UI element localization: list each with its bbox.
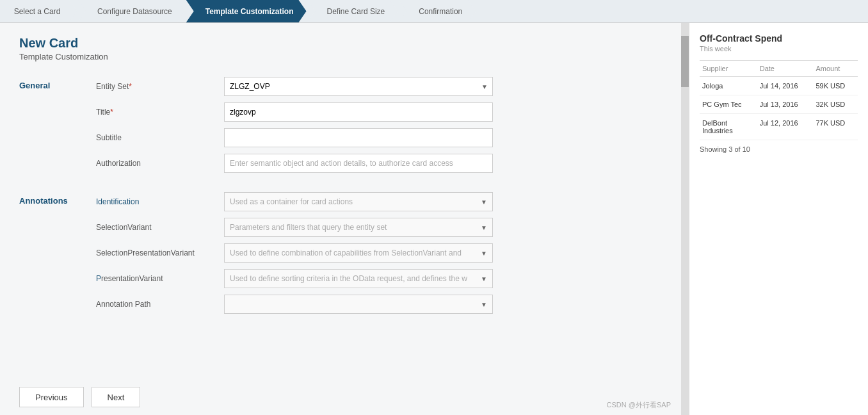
annotations-section: Annotations Identification Used as a con… (19, 192, 662, 320)
identification-chevron-icon: ▼ (481, 199, 487, 206)
row3-amount: 77K USD (813, 114, 858, 140)
wizard-step-confirmation[interactable]: Confirmation (399, 0, 476, 22)
row1-date: Jul 14, 2016 (757, 77, 814, 95)
authorization-input[interactable] (224, 154, 493, 173)
wizard-step-define-card-size[interactable]: Define Card Size (308, 0, 398, 22)
step-label-define-card-size: Define Card Size (327, 7, 385, 16)
preview-card-subtitle: This week (700, 45, 858, 53)
annotations-fields: Identification Used as a container for c… (96, 192, 493, 320)
authorization-row: Authorization (96, 154, 493, 173)
identification-label: Identification (96, 197, 224, 206)
row1-amount: 59K USD (813, 77, 858, 95)
step-label-confirmation: Confirmation (419, 7, 462, 16)
page-subtitle: Template Customization (19, 52, 662, 61)
selection-variant-row: SelectionVariant Parameters and filters … (96, 218, 493, 237)
presentation-variant-label: PresentationVariant (96, 274, 224, 283)
identification-row: Identification Used as a container for c… (96, 192, 493, 211)
entity-set-row: Entity Set* ZLGZ_OVP ▼ (96, 77, 493, 96)
row2-date: Jul 13, 2016 (757, 95, 814, 114)
row3-date: Jul 12, 2016 (757, 114, 814, 140)
content-area: New Card Template Customization General … (0, 23, 681, 415)
annotation-path-select[interactable]: ▼ (224, 295, 493, 314)
presentation-variant-row: PresentationVariant Used to define sorti… (96, 269, 493, 288)
selection-variant-chevron-icon: ▼ (481, 224, 487, 231)
preview-card-title: Off-Contract Spend (700, 33, 858, 44)
annotation-path-row: Annotation Path ▼ (96, 295, 493, 314)
selection-variant-label: SelectionVariant (96, 223, 224, 232)
subtitle-input[interactable] (224, 128, 493, 147)
col-amount: Amount (813, 61, 858, 77)
preview-table: Supplier Date Amount Jologa Jul 14, 2016… (700, 60, 858, 140)
annotation-path-chevron-icon: ▼ (481, 301, 487, 308)
selection-presentation-variant-select[interactable]: Used to define combination of capabiliti… (224, 243, 493, 263)
title-input[interactable] (224, 102, 493, 122)
identification-select[interactable]: Used as a container for card actions ▼ (224, 192, 493, 211)
row3-supplier: DelBontIndustries (700, 114, 757, 140)
table-row: DelBontIndustries Jul 12, 2016 77K USD (700, 114, 858, 140)
presentation-variant-chevron-icon: ▼ (481, 275, 487, 282)
row2-supplier: PC Gym Tec (700, 95, 757, 114)
entity-set-select-wrapper: ZLGZ_OVP ▼ (224, 77, 493, 96)
scrollbar[interactable] (681, 23, 689, 415)
general-label: General (19, 77, 96, 179)
entity-set-label: Entity Set* (96, 82, 224, 91)
previous-button[interactable]: Previous (19, 387, 84, 407)
step-label-configure-datasource: Configure Datasource (97, 7, 172, 16)
selection-variant-select[interactable]: Parameters and filters that query the en… (224, 218, 493, 237)
preview-panel: Off-Contract Spend This week Supplier Da… (689, 23, 868, 415)
wizard-step-template-customization[interactable]: Template Customization (186, 0, 307, 22)
step-label-select-card: Select a Card (14, 7, 61, 16)
wizard-step-select-card[interactable]: Select a Card (0, 0, 77, 22)
general-fields: Entity Set* ZLGZ_OVP ▼ Title* (96, 77, 493, 179)
selection-presentation-variant-chevron-icon: ▼ (481, 250, 487, 257)
presentation-variant-select[interactable]: Used to define sorting criteria in the O… (224, 269, 493, 288)
entity-set-select[interactable]: ZLGZ_OVP (224, 77, 493, 96)
annotation-path-label: Annotation Path (96, 300, 224, 309)
general-section: General Entity Set* ZLGZ_OVP ▼ (19, 77, 662, 179)
subtitle-row: Subtitle (96, 128, 493, 147)
col-supplier: Supplier (700, 61, 757, 77)
title-row: Title* (96, 102, 493, 122)
annotations-label: Annotations (19, 192, 96, 320)
row2-amount: 32K USD (813, 95, 858, 114)
wizard-step-configure-datasource[interactable]: Configure Datasource (78, 0, 185, 22)
next-button[interactable]: Next (92, 387, 141, 407)
main-container: New Card Template Customization General … (0, 23, 868, 415)
watermark: CSDN @外行看SAP (607, 400, 671, 410)
table-row: PC Gym Tec Jul 13, 2016 32K USD (700, 95, 858, 114)
selection-presentation-variant-label: SelectionPresentationVariant (96, 248, 224, 257)
step-label-template-customization: Template Customization (205, 7, 294, 16)
title-label: Title* (96, 108, 224, 117)
row1-supplier: Jologa (700, 77, 757, 95)
page-title: New Card (19, 36, 662, 51)
authorization-label: Authorization (96, 159, 224, 168)
wizard-bar: Select a Card Configure Datasource Templ… (0, 0, 868, 23)
selection-presentation-variant-row: SelectionPresentationVariant Used to def… (96, 243, 493, 263)
scrollbar-thumb (681, 36, 689, 87)
subtitle-label: Subtitle (96, 133, 224, 142)
table-row: Jologa Jul 14, 2016 59K USD (700, 77, 858, 95)
bottom-bar: Previous Next (0, 379, 681, 415)
col-date: Date (757, 61, 814, 77)
preview-showing: Showing 3 of 10 (700, 145, 858, 153)
